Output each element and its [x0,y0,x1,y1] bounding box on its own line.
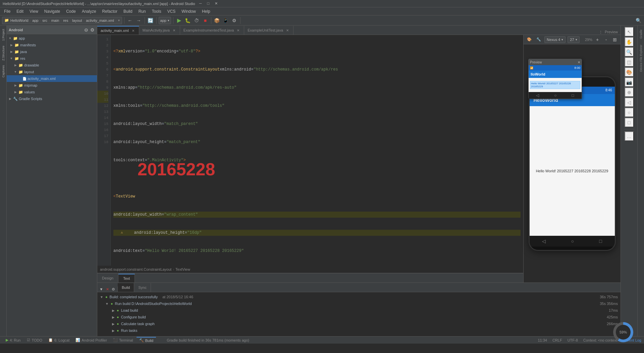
tree-java[interactable]: ▶ 📁 java [7,48,97,55]
palette-tool-zoomin[interactable]: ⊕ [625,87,634,97]
settings-button[interactable]: ⚙ [231,17,238,24]
device-file-tab[interactable]: Device File Explorer [639,42,643,75]
search-everywhere-button[interactable]: 🔍 [635,17,642,24]
recents-nav-btn[interactable]: □ [599,238,602,244]
logcat-bottom-tab[interactable]: 📋 6: Logcat [46,337,72,343]
run-build-line[interactable]: ▼ ● Run build D:\AndroidStudioProjects\H… [97,300,621,307]
build-sync-button[interactable]: 🔄 [147,17,154,24]
back-nav-btn[interactable]: ◁ [542,238,546,244]
tab-activity-main-close[interactable]: ✕ [131,28,136,33]
build-settings-btn[interactable]: ⚙ [111,286,116,292]
palette-tool-more[interactable]: … [625,131,634,141]
palette-tool-cursor[interactable]: ↖ [625,27,634,36]
palette-tool-circle[interactable]: ○ [625,107,634,117]
tree-drawable[interactable]: ▶ 📁 drawable [7,62,97,69]
build-close-btn[interactable]: ✕ [105,286,110,292]
sp-close[interactable]: ✕ [578,60,580,64]
debug-button[interactable]: 🐛 [184,17,192,24]
tree-app[interactable]: ▼ 📁 app [7,35,97,42]
tab-instrumented-close[interactable]: ✕ [236,28,240,33]
palette-tool-color[interactable]: 🎨 [625,67,634,77]
bc-textview[interactable]: TextView [175,267,190,271]
avd-manager-button[interactable]: 📱 [222,17,229,24]
menu-refactor[interactable]: Refactor [100,8,120,14]
tree-values[interactable]: ▶ 📁 values [7,89,97,95]
menu-build[interactable]: Build [121,8,135,14]
tab-instrumented[interactable]: ExampleInstrumentedTest.java ✕ [180,26,244,35]
captures-tab[interactable]: Captures [1,63,6,80]
build-tab-sync[interactable]: Sync [134,283,151,292]
tab-mainactivity[interactable]: MainActivity.java ✕ [139,26,180,35]
menu-code[interactable]: Code [63,8,78,14]
gradle-tab[interactable]: Gradle [639,27,643,41]
zoom-fit[interactable]: ⊞ [611,36,619,43]
run-bottom-tab[interactable]: ▶ 4: Run [3,337,23,343]
menu-run[interactable]: Run [136,8,149,14]
tree-mipmap[interactable]: ▶ 📁 mipmap [7,82,97,89]
palette-tool-back[interactable]: ◁ [625,97,634,107]
terminal-bottom-tab[interactable]: ⬛ Terminal [110,337,136,343]
tree-activity-main[interactable]: 📄 activity_main.xml [7,75,97,82]
sp-back[interactable]: ◁ [536,93,539,98]
task-graph-line[interactable]: ▶ ● Calculate task graph 266ms [97,320,621,327]
forward-button[interactable]: → [135,17,143,24]
palette-tool-camera[interactable]: 📷 [625,77,634,87]
run-tasks-line[interactable]: ▶ ● Run tasks [97,327,621,334]
palette-tool-zoom[interactable]: 🔍 [625,47,634,56]
profile-button[interactable]: ⏱ [193,17,200,24]
code-content[interactable]: <?xml version="1.0" encoding="utf-8"?> <… [111,35,523,266]
run-button[interactable]: ▶ [175,17,183,24]
menu-view[interactable]: View [27,8,41,14]
palette-toggle[interactable]: 🎨 [526,36,533,43]
maximize-button[interactable]: □ [206,1,211,6]
design-tab[interactable]: Design [97,274,118,282]
close-button[interactable]: ✕ [213,1,219,6]
app-dropdown[interactable]: app ▾ [159,17,171,24]
back-button[interactable]: ← [126,17,134,24]
stop-button[interactable]: ■ [202,17,209,24]
settings-btn[interactable]: ⚙ [90,27,95,33]
menu-tools[interactable]: Tools [149,8,164,14]
profiler-bottom-tab[interactable]: 📊 Android Profiler [73,337,110,343]
menu-analyze[interactable]: Analyze [79,8,99,14]
build-expand-btn[interactable]: ▼ [99,286,104,292]
menu-navigate[interactable]: Navigate [42,8,63,14]
menu-vcs[interactable]: VCS [165,8,178,14]
collapse-btn[interactable]: ⊖ [84,27,89,33]
build-tab-build[interactable]: Build [118,283,134,292]
tree-gradle[interactable]: ▶ 🔧 Gradle Scripts [7,95,97,102]
structure-tab[interactable]: Z:Structure [1,44,6,63]
todo-bottom-tab[interactable]: ☑ TODO [24,337,45,343]
tree-manifests[interactable]: ▶ 📁 manifests [7,42,97,48]
code-editor[interactable]: 1 2 3 4 5 6 7 8 9 10 11 12 13 14 [97,35,523,266]
menu-window[interactable]: Window [179,8,199,14]
tab-unittest-close[interactable]: ✕ [285,28,290,33]
zoom-out[interactable]: - [602,36,610,43]
device-dropdown[interactable]: Nexus 4 ▾ [544,36,566,43]
menu-file[interactable]: File [1,8,13,14]
home-nav-btn[interactable]: ○ [571,238,574,244]
build-bottom-tab[interactable]: 🔨 Build [137,337,156,343]
palette-tool-rect[interactable]: □ [625,118,634,127]
design-tools[interactable]: 🔧 [535,36,542,43]
tree-res[interactable]: ▼ 📁 res [7,55,97,62]
palette-tool-pan[interactable]: ✋ [625,37,634,46]
menu-edit[interactable]: Edit [14,8,26,14]
minimize-button[interactable]: ─ [198,1,203,6]
sp-home[interactable]: ○ [554,93,556,98]
sp-recents[interactable]: □ [572,93,574,98]
load-build-line[interactable]: ▶ ● Load build 17ms [97,307,621,314]
project-tab[interactable]: 1:Project [1,27,6,43]
tab-mainactivity-close[interactable]: ✕ [172,28,176,33]
menu-help[interactable]: Help [199,8,213,14]
tree-layout[interactable]: ▼ 📁 layout [7,69,97,75]
palette-tool-eraser[interactable]: ◫ [625,57,634,67]
bc-constraint[interactable]: android.support.constraint.ConstraintLay… [100,267,171,271]
tab-unittest[interactable]: ExampleUnitTest.java ✕ [244,26,293,35]
configure-build-line[interactable]: ▶ ● Configure build 425ms [97,314,621,320]
tab-menu-btn[interactable]: ⋮ [598,29,603,35]
zoom-in[interactable]: + [594,36,601,43]
text-tab[interactable]: Text [118,274,135,282]
sdk-manager-button[interactable]: 📦 [213,17,221,24]
tab-activity-main[interactable]: activity_main.xml ✕ [97,26,139,35]
